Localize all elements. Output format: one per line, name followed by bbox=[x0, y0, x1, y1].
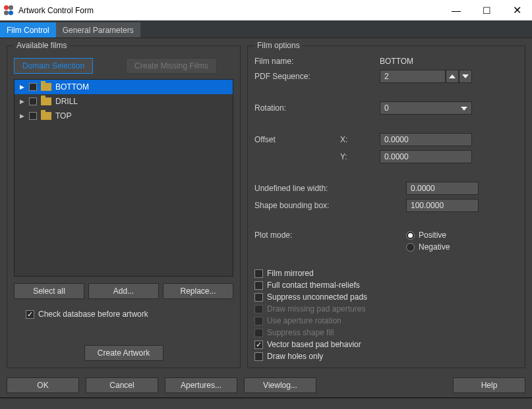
thermal-reliefs-label: Full contact thermal-reliefs bbox=[267, 281, 360, 290]
shape-bbox-label: Shape bounding box: bbox=[254, 201, 406, 210]
tree-checkbox[interactable] bbox=[29, 97, 37, 105]
create-artwork-row: Create Artwork bbox=[14, 345, 233, 361]
maximize-button[interactable]: ☐ bbox=[471, 0, 502, 20]
available-films-group: Available films Domain Selection Create … bbox=[7, 41, 241, 368]
offset-x-label: X: bbox=[340, 135, 380, 144]
replace-button[interactable]: Replace... bbox=[163, 283, 233, 299]
check-db-label: Check database before artwork bbox=[38, 310, 148, 319]
offset-y-input[interactable] bbox=[380, 150, 472, 163]
tree-item-bottom[interactable]: ▶ BOTTOM bbox=[15, 80, 233, 94]
pdf-seq-label: PDF Sequence: bbox=[254, 72, 340, 81]
draw-holes-checkbox[interactable] bbox=[254, 352, 263, 361]
tree-item-top[interactable]: ▶ TOP bbox=[15, 109, 233, 123]
film-name-value: BOTTOM bbox=[380, 57, 413, 66]
help-button[interactable]: Help bbox=[453, 377, 525, 393]
thermal-reliefs-checkbox[interactable] bbox=[254, 281, 263, 290]
create-artwork-button[interactable]: Create Artwork bbox=[84, 345, 163, 361]
plot-mode-label: Plot mode: bbox=[254, 231, 406, 240]
aperture-rot-label: Use aperture rotation bbox=[267, 316, 341, 325]
tree-checkbox[interactable] bbox=[29, 112, 37, 120]
film-action-buttons: Select all Add... Replace... bbox=[14, 283, 233, 299]
pdf-seq-spinner bbox=[380, 70, 472, 83]
left-pane: Available films Domain Selection Create … bbox=[7, 41, 241, 368]
shape-bbox-row: Shape bounding box: bbox=[254, 199, 518, 212]
offset-x-input[interactable] bbox=[380, 133, 472, 146]
rotation-combo[interactable]: 0 bbox=[380, 101, 472, 115]
minimize-button[interactable]: — bbox=[441, 0, 471, 20]
main-body: Available films Domain Selection Create … bbox=[0, 38, 532, 373]
plot-negative-radio[interactable] bbox=[406, 243, 415, 252]
aperture-rot-checkbox bbox=[254, 317, 263, 325]
folder-icon bbox=[41, 112, 51, 120]
chevron-down-icon bbox=[461, 103, 467, 113]
film-mirrored-checkbox[interactable] bbox=[254, 269, 263, 278]
ok-button[interactable]: OK bbox=[7, 377, 79, 393]
vector-pad-label: Vector based pad behavior bbox=[267, 340, 361, 349]
draw-missing-checkbox bbox=[254, 305, 263, 314]
undef-line-row: Undefined line width: bbox=[254, 182, 518, 195]
tree-item-drill[interactable]: ▶ DRILL bbox=[15, 94, 233, 109]
vector-pad-checkbox[interactable] bbox=[254, 341, 263, 349]
viewlog-button[interactable]: Viewlog... bbox=[244, 377, 316, 393]
vector-pad-row: Vector based pad behavior bbox=[254, 340, 518, 349]
statusbar bbox=[0, 397, 532, 409]
thermal-reliefs-row: Full contact thermal-reliefs bbox=[254, 281, 518, 290]
window: Artwork Control Form — ☐ ✕ Film Control … bbox=[0, 0, 532, 409]
close-button[interactable]: ✕ bbox=[502, 0, 532, 20]
film-mirrored-row: Film mirrored bbox=[254, 269, 518, 278]
suppress-unconn-checkbox[interactable] bbox=[254, 293, 263, 302]
tab-general-parameters[interactable]: General Parameters bbox=[56, 22, 140, 38]
pdf-seq-down-button[interactable] bbox=[459, 70, 472, 83]
tree-item-label: DRILL bbox=[55, 97, 78, 106]
draw-missing-label: Draw missing pad apertures bbox=[267, 304, 365, 314]
rotation-value: 0 bbox=[384, 103, 389, 113]
film-mirrored-label: Film mirrored bbox=[267, 269, 314, 278]
plot-positive-label: Positive bbox=[419, 231, 446, 240]
film-name-row: Film name: BOTTOM bbox=[254, 57, 518, 66]
domain-selection-button[interactable]: Domain Selection bbox=[14, 58, 93, 74]
check-db-row: Check database before artwork bbox=[14, 310, 233, 319]
plot-mode-row: Plot mode: Positive Negative bbox=[254, 231, 518, 254]
offset-y-label: Y: bbox=[340, 152, 380, 161]
undef-line-input[interactable] bbox=[406, 182, 479, 195]
titlebar: Artwork Control Form — ☐ ✕ bbox=[0, 0, 532, 20]
draw-holes-row: Draw holes only bbox=[254, 352, 518, 361]
tab-film-control[interactable]: Film Control bbox=[0, 22, 56, 38]
select-all-button[interactable]: Select all bbox=[14, 283, 84, 299]
film-options-group: Film options Film name: BOTTOM PDF Seque… bbox=[247, 41, 525, 368]
check-db-checkbox[interactable] bbox=[26, 310, 34, 319]
undef-line-label: Undefined line width: bbox=[254, 184, 406, 193]
tree-expand-icon[interactable]: ▶ bbox=[20, 113, 25, 119]
film-options-legend: Film options bbox=[254, 41, 303, 50]
suppress-shape-checkbox bbox=[254, 329, 263, 337]
add-button[interactable]: Add... bbox=[88, 283, 159, 299]
rotation-row: Rotation: 0 bbox=[254, 101, 518, 115]
tree-checkbox[interactable] bbox=[29, 83, 37, 91]
pdf-seq-input[interactable] bbox=[380, 70, 446, 83]
pdf-seq-up-button[interactable] bbox=[446, 70, 459, 83]
tree-expand-icon[interactable]: ▶ bbox=[20, 84, 25, 90]
options-check-list: Film mirrored Full contact thermal-relie… bbox=[254, 269, 518, 361]
draw-holes-label: Draw holes only bbox=[267, 352, 323, 361]
aperture-rot-row: Use aperture rotation bbox=[254, 316, 518, 325]
tree-expand-icon[interactable]: ▶ bbox=[20, 98, 25, 105]
cancel-button[interactable]: Cancel bbox=[86, 377, 158, 393]
plot-negative-label: Negative bbox=[419, 242, 450, 252]
pdf-seq-row: PDF Sequence: bbox=[254, 70, 518, 83]
available-films-legend: Available films bbox=[14, 41, 69, 50]
bottom-bar: OK Cancel Apertures... Viewlog... Help bbox=[0, 373, 532, 397]
tab-bar: Film Control General Parameters bbox=[0, 20, 532, 38]
plot-positive-row: Positive bbox=[406, 231, 450, 240]
apertures-button[interactable]: Apertures... bbox=[165, 377, 237, 393]
client-area: Film Control General Parameters Availabl… bbox=[0, 20, 532, 409]
film-name-label: Film name: bbox=[254, 57, 340, 66]
plot-positive-radio[interactable] bbox=[406, 231, 415, 240]
offset-label: Offset bbox=[254, 135, 340, 144]
film-top-buttons: Domain Selection Create Missing Films bbox=[14, 58, 233, 74]
films-tree[interactable]: ▶ BOTTOM ▶ DRILL ▶ bbox=[14, 79, 233, 277]
tree-item-label: BOTTOM bbox=[55, 82, 89, 92]
window-title: Artwork Control Form bbox=[18, 6, 441, 15]
shape-bbox-input[interactable] bbox=[406, 199, 479, 212]
draw-missing-row: Draw missing pad apertures bbox=[254, 304, 518, 314]
app-icon bbox=[4, 5, 15, 16]
